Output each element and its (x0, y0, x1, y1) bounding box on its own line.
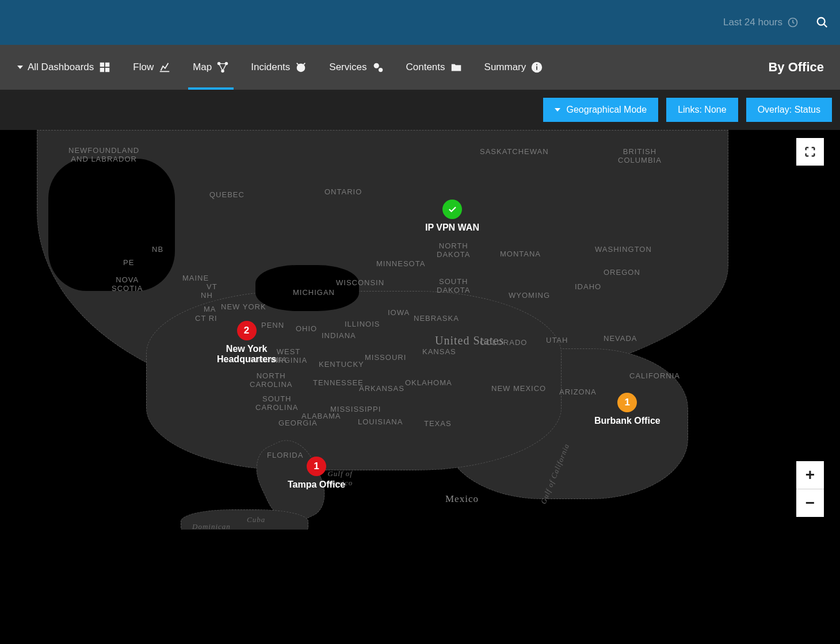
svg-rect-14 (100, 68, 104, 72)
nav-label: Services (329, 62, 366, 73)
svg-point-7 (378, 68, 382, 72)
region-label: NORTH CAROLINA (250, 371, 292, 389)
region-label: IOWA (388, 308, 410, 317)
map-canvas[interactable]: United States Mexico BRITISH COLUMBIA SA… (8, 130, 832, 530)
time-range-selector[interactable]: Last 24 hours (723, 17, 799, 28)
nav-flow[interactable]: Flow (132, 45, 172, 90)
region-label: ILLINOIS (345, 320, 380, 328)
zoom-in-button[interactable]: + (796, 461, 824, 489)
top-bar: Last 24 hours (0, 0, 840, 45)
region-label: MICHIGAN (293, 288, 335, 297)
region-label: OKLAHOMA (405, 378, 452, 387)
node-badge: 1 (617, 393, 637, 412)
region-label: NEW MEXICO (491, 384, 546, 393)
svg-point-6 (373, 63, 379, 68)
nav-label: Contents (406, 62, 445, 73)
page-title: By Office (768, 60, 824, 75)
links-button[interactable]: Links: None (666, 98, 738, 122)
mode-button[interactable]: Geographical Mode (543, 98, 658, 122)
zoom-pane: + − (796, 461, 824, 517)
map-node[interactable]: 2New YorkHeadquarters (217, 321, 276, 365)
overlay-button[interactable]: Overlay: Status (746, 98, 832, 122)
grid-icon (98, 61, 111, 74)
svg-rect-13 (105, 63, 109, 67)
region-label: NOVA SCOTIA (112, 275, 143, 293)
region-label: TENNESSEE (313, 378, 364, 387)
fullscreen-pane (796, 138, 824, 166)
region-label: CT RI (195, 314, 217, 323)
region-label: OREGON (604, 268, 640, 277)
nav-contents[interactable]: Contents (405, 45, 464, 90)
region-label: UTAH (546, 336, 568, 344)
node-badge (442, 200, 462, 219)
region-label: WISCONSIN (336, 278, 384, 287)
alarm-icon (295, 61, 307, 74)
region-label: NEWFOUNDLAND AND LABRADOR (68, 146, 139, 163)
region-label: MONTANA (500, 250, 541, 258)
region-label: WYOMING (509, 291, 550, 300)
svg-line-1 (824, 24, 827, 28)
chevron-down-icon (17, 66, 23, 69)
region-label: NORTH DAKOTA (437, 241, 471, 259)
region-label: Dominican (192, 522, 231, 530)
map-node[interactable]: IP VPN WAN (425, 200, 479, 233)
region-label: PE (123, 258, 134, 267)
region-label: WASHINGTON (595, 245, 652, 254)
region-label: KENTUCKY (319, 360, 364, 369)
nav-map[interactable]: Map (192, 45, 230, 90)
node-label: Burbank Office (594, 416, 660, 426)
zoom-out-button[interactable]: − (796, 489, 824, 517)
nav-label: Map (193, 62, 212, 73)
node-badge: 1 (307, 457, 326, 476)
svg-point-0 (818, 18, 825, 25)
time-range-label: Last 24 hours (723, 17, 782, 28)
nav-services[interactable]: Services (328, 45, 385, 90)
region-label: MAINE (182, 274, 209, 282)
svg-rect-5 (536, 64, 537, 66)
network-icon (216, 61, 229, 74)
nav-summary[interactable]: Summary (483, 45, 545, 90)
nav-label: Flow (133, 62, 154, 73)
mode-label: Geographical Mode (566, 105, 647, 115)
fullscreen-button[interactable] (796, 138, 824, 166)
region-label: MA (204, 305, 216, 313)
node-label: Tampa Office (288, 480, 345, 490)
region-label: NEVADA (604, 334, 637, 343)
nav-incidents[interactable]: Incidents (250, 45, 308, 90)
region-label: OHIO (296, 324, 317, 333)
region-label: SOUTH CAROLINA (255, 394, 298, 412)
region-label: NB (152, 245, 163, 254)
map-node[interactable]: 1Tampa Office (288, 457, 345, 490)
region-label: TEXAS (424, 419, 452, 428)
info-icon (530, 61, 543, 74)
svg-rect-15 (105, 68, 109, 72)
chevron-down-icon (555, 108, 560, 112)
search-icon[interactable] (816, 16, 828, 29)
nav-all-dashboards[interactable]: All Dashboards (16, 45, 112, 90)
node-label: IP VPN WAN (425, 223, 479, 233)
region-label: NEBRASKA (414, 314, 459, 323)
region-label: QUEBEC (209, 190, 245, 199)
region-label: BRITISH COLUMBIA (618, 147, 662, 164)
region-label: KANSAS (422, 347, 456, 356)
folder-icon (450, 61, 463, 74)
region-label: GEORGIA (278, 419, 318, 427)
region-label: COLORADO (480, 338, 527, 347)
region-label: SOUTH DAKOTA (437, 277, 471, 294)
links-label: Links: None (678, 105, 727, 115)
region-label: VT (207, 282, 217, 291)
map-node[interactable]: 1Burbank Office (594, 393, 660, 426)
clock-icon (787, 17, 799, 28)
nav-bar: By Office Summary Contents Services Inci… (0, 45, 840, 90)
region-label: ONTARIO (324, 187, 362, 196)
region-label: INDIANA (322, 331, 356, 340)
region-label: ARIZONA (559, 388, 597, 396)
region-label: SASKATCHEWAN (480, 147, 549, 156)
nav-label: Summary (484, 62, 526, 73)
region-label: NEW YORK (221, 302, 266, 311)
region-label: CALIFORNIA (629, 371, 680, 380)
nav-label: All Dashboards (28, 62, 94, 73)
region-label: NH (201, 291, 213, 300)
node-label: New YorkHeadquarters (217, 344, 276, 365)
fullscreen-icon (804, 145, 816, 158)
